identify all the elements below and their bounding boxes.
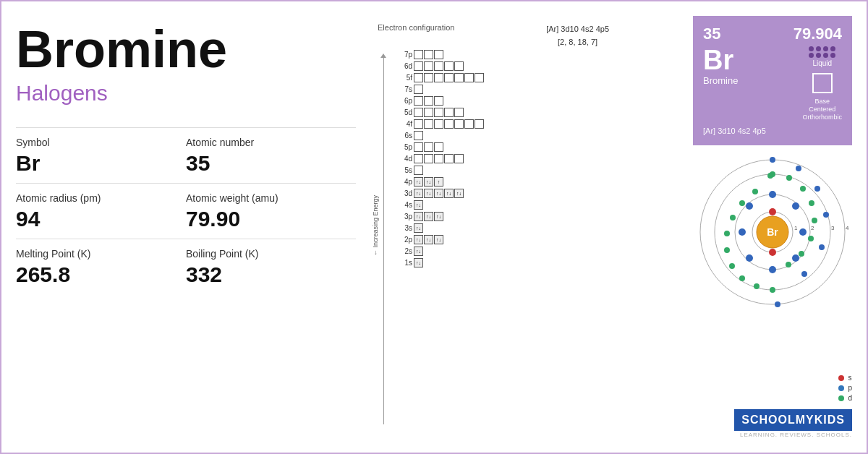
orbital-box: ↑↓ xyxy=(434,212,443,221)
svg-point-24 xyxy=(770,287,775,293)
orbital-box: ↑↓ xyxy=(424,177,433,187)
crystal-label: BaseCenteredOrthorhombic xyxy=(802,98,842,121)
svg-text:Br: Br xyxy=(767,226,778,238)
orbital-label: 5f xyxy=(392,74,412,82)
orbital-boxes: ↑↓ xyxy=(414,200,423,210)
logo-brand: SCHOOLMYKIDS xyxy=(734,409,852,431)
orbital-box xyxy=(424,73,433,82)
orbital-row: 5d xyxy=(392,108,464,117)
orbital-box: ↑↓ xyxy=(424,235,433,244)
svg-point-30 xyxy=(730,215,736,220)
orbital-box xyxy=(434,96,443,106)
bohr-model: Br xyxy=(693,153,852,312)
orbital-boxes xyxy=(414,142,443,152)
orbital-box: ↑↓ xyxy=(414,223,423,233)
svg-point-6 xyxy=(769,208,776,215)
svg-point-33 xyxy=(767,173,773,179)
orbital-box xyxy=(414,154,423,163)
svg-point-21 xyxy=(808,236,814,241)
svg-point-31 xyxy=(739,200,745,206)
orbital-label: 6d xyxy=(392,62,412,70)
left-column: Bromine Halogens Symbol Br Atomic number… xyxy=(16,16,363,438)
electron-config-label: Electron configuration xyxy=(378,23,454,32)
dot xyxy=(823,46,828,51)
melting-point-block: Melting Point (K) 265.8 xyxy=(16,239,186,294)
orbital-boxes: ↑↓ xyxy=(414,223,423,233)
svg-point-37 xyxy=(823,212,829,218)
orbital-boxes xyxy=(414,166,423,175)
orbital-box xyxy=(424,108,433,117)
boiling-point-value: 332 xyxy=(186,262,356,287)
legend: spd xyxy=(838,374,852,402)
svg-point-20 xyxy=(812,218,817,223)
orbital-boxes xyxy=(414,131,423,140)
properties-grid: Symbol Br Atomic number 35 Atomic radius… xyxy=(16,127,356,294)
svg-point-32 xyxy=(752,189,758,194)
orbital-box xyxy=(434,119,443,129)
orbital-row: 4d xyxy=(392,154,464,163)
svg-point-35 xyxy=(796,166,801,171)
orbital-row: 3p↑↓↑↓↑↓ xyxy=(392,212,443,221)
orbital-box: ↑↓ xyxy=(424,189,433,198)
svg-text:3: 3 xyxy=(831,225,835,231)
svg-point-18 xyxy=(800,186,806,192)
card-left: Br Bromine xyxy=(703,46,738,86)
melting-point-value: 265.8 xyxy=(16,262,186,287)
orbital-box: ↑↓ xyxy=(414,177,423,187)
state-label: Liquid xyxy=(812,59,832,67)
svg-point-22 xyxy=(799,251,804,257)
svg-point-25 xyxy=(754,283,760,289)
legend-label: p xyxy=(848,384,852,392)
legend-label: s xyxy=(848,374,851,382)
orbital-box xyxy=(475,119,484,129)
atomic-weight-value: 79.90 xyxy=(186,207,356,231)
orbital-boxes xyxy=(414,154,464,163)
orbital-box: ↑↓ xyxy=(444,189,454,198)
orbital-box xyxy=(424,96,433,106)
energy-label: ← Increasing Energy xyxy=(372,195,379,259)
orbital-box xyxy=(414,131,423,140)
orbital-label: 2p xyxy=(392,236,412,244)
logo-sub: LEARNING. REVIEWS. SCHOOLS. xyxy=(734,432,852,438)
orbital-boxes xyxy=(414,108,464,117)
orbital-box xyxy=(475,73,484,82)
orbital-row: 3s↑↓ xyxy=(392,223,423,233)
card-right: Liquid BaseCenteredOrthorhombic xyxy=(802,46,842,121)
melting-point-label: Melting Point (K) xyxy=(16,248,186,260)
svg-point-15 xyxy=(746,202,753,210)
svg-point-39 xyxy=(801,271,807,277)
atomic-weight-block: Atomic weight (amu) 79.90 xyxy=(186,183,356,239)
orbital-label: 5s xyxy=(392,166,412,174)
orbital-label: 6s xyxy=(392,132,412,140)
orbital-box xyxy=(414,166,423,175)
dot xyxy=(809,46,814,51)
svg-text:4: 4 xyxy=(846,225,849,231)
boiling-point-block: Boiling Point (K) 332 xyxy=(186,239,356,294)
orbital-box xyxy=(454,73,464,82)
orbital-box: ↑↓ xyxy=(414,258,423,267)
orbital-label: 4s xyxy=(392,201,412,209)
orbital-box: ↑ xyxy=(434,177,443,187)
atomic-radius-block: Atomic radius (pm) 94 xyxy=(16,183,186,239)
orbital-label: 4p xyxy=(392,178,412,186)
orbital-label: 4f xyxy=(392,120,412,128)
orbital-box xyxy=(434,108,443,117)
dot xyxy=(816,46,821,51)
svg-point-11 xyxy=(792,254,799,262)
orbital-box xyxy=(414,50,423,59)
orbital-box xyxy=(444,73,454,82)
orbital-box: ↑↓ xyxy=(434,189,443,198)
logo-container: SCHOOLMYKIDS LEARNING. REVIEWS. SCHOOLS. xyxy=(734,409,852,438)
svg-text:2: 2 xyxy=(811,225,814,231)
card-atomic-number: 35 xyxy=(703,25,720,43)
orbital-box xyxy=(454,61,464,71)
orbital-box: ↑↓ xyxy=(454,189,464,198)
orbital-box: ↑↓ xyxy=(414,247,423,256)
symbol-block: Symbol Br xyxy=(16,127,186,183)
orbital-boxes: ↑↓↑↓↑ xyxy=(414,177,443,187)
orbital-box xyxy=(434,61,443,71)
boiling-point-label: Boiling Point (K) xyxy=(186,248,356,260)
orbital-box xyxy=(414,119,423,129)
orbital-box xyxy=(424,154,433,163)
element-name: Bromine xyxy=(16,23,356,75)
